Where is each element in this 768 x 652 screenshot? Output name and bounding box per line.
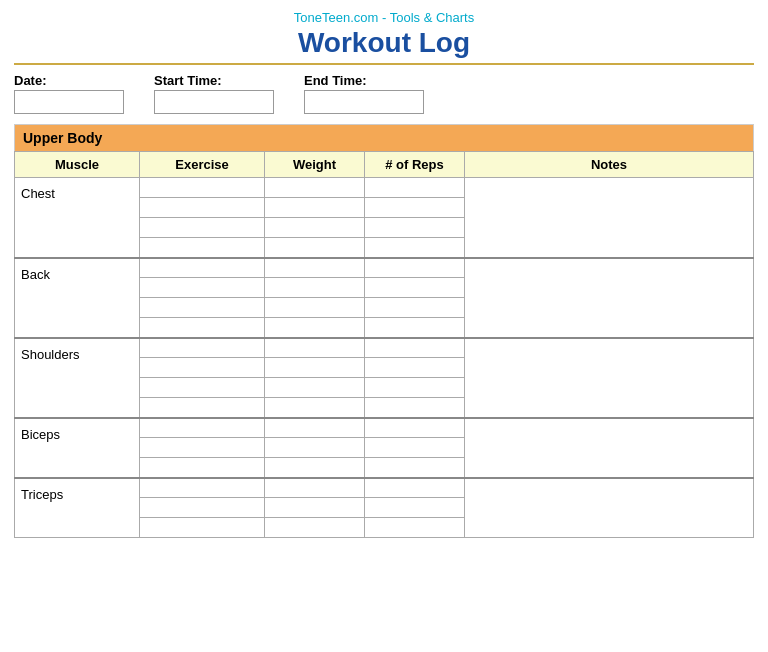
notes-cell[interactable] xyxy=(465,478,754,538)
table-row: Shoulders xyxy=(15,338,754,358)
exercise-cell[interactable] xyxy=(140,418,265,438)
muscle-label: Back xyxy=(21,263,133,282)
muscle-label: Chest xyxy=(21,182,133,201)
muscle-label: Shoulders xyxy=(21,343,133,362)
end-time-label: End Time: xyxy=(304,73,424,88)
notes-cell[interactable] xyxy=(465,258,754,338)
weight-cell[interactable] xyxy=(265,178,365,198)
reps-cell[interactable] xyxy=(365,338,465,358)
reps-cell[interactable] xyxy=(365,178,465,198)
reps-cell[interactable] xyxy=(365,358,465,378)
start-time-field: Start Time: xyxy=(154,73,274,114)
exercise-cell[interactable] xyxy=(140,258,265,278)
reps-cell[interactable] xyxy=(365,198,465,218)
weight-cell[interactable] xyxy=(265,498,365,518)
weight-cell[interactable] xyxy=(265,398,365,418)
date-label: Date: xyxy=(14,73,124,88)
reps-cell[interactable] xyxy=(365,438,465,458)
col-header-exercise: Exercise xyxy=(140,152,265,178)
weight-cell[interactable] xyxy=(265,318,365,338)
exercise-cell[interactable] xyxy=(140,338,265,358)
weight-cell[interactable] xyxy=(265,458,365,478)
weight-cell[interactable] xyxy=(265,358,365,378)
section-header: Upper Body xyxy=(14,124,754,151)
exercise-cell[interactable] xyxy=(140,178,265,198)
weight-cell[interactable] xyxy=(265,298,365,318)
reps-cell[interactable] xyxy=(365,238,465,258)
reps-cell[interactable] xyxy=(365,278,465,298)
exercise-cell[interactable] xyxy=(140,318,265,338)
exercise-cell[interactable] xyxy=(140,378,265,398)
site-title: ToneTeen.com - Tools & Charts xyxy=(14,10,754,25)
reps-cell[interactable] xyxy=(365,518,465,538)
reps-cell[interactable] xyxy=(365,258,465,278)
reps-cell[interactable] xyxy=(365,418,465,438)
table-row: Biceps xyxy=(15,418,754,438)
reps-cell[interactable] xyxy=(365,378,465,398)
title-divider xyxy=(14,63,754,65)
table-body: ChestBackShouldersBicepsTriceps xyxy=(15,178,754,538)
exercise-cell[interactable] xyxy=(140,398,265,418)
muscle-cell-biceps: Biceps xyxy=(15,418,140,478)
exercise-cell[interactable] xyxy=(140,298,265,318)
exercise-cell[interactable] xyxy=(140,238,265,258)
reps-cell[interactable] xyxy=(365,218,465,238)
notes-cell[interactable] xyxy=(465,418,754,478)
muscle-cell-triceps: Triceps xyxy=(15,478,140,538)
exercise-cell[interactable] xyxy=(140,358,265,378)
exercise-cell[interactable] xyxy=(140,458,265,478)
reps-cell[interactable] xyxy=(365,298,465,318)
weight-cell[interactable] xyxy=(265,478,365,498)
col-header-notes: Notes xyxy=(465,152,754,178)
notes-cell[interactable] xyxy=(465,338,754,418)
weight-cell[interactable] xyxy=(265,218,365,238)
workout-table: Muscle Exercise Weight # of Reps Notes C… xyxy=(14,151,754,538)
table-row: Triceps xyxy=(15,478,754,498)
reps-cell[interactable] xyxy=(365,398,465,418)
muscle-label: Triceps xyxy=(21,483,133,502)
notes-cell[interactable] xyxy=(465,178,754,258)
muscle-cell-chest: Chest xyxy=(15,178,140,258)
date-row: Date: Start Time: End Time: xyxy=(14,73,754,114)
weight-cell[interactable] xyxy=(265,198,365,218)
muscle-cell-shoulders: Shoulders xyxy=(15,338,140,418)
reps-cell[interactable] xyxy=(365,498,465,518)
muscle-label: Biceps xyxy=(21,423,133,442)
exercise-cell[interactable] xyxy=(140,478,265,498)
date-field: Date: xyxy=(14,73,124,114)
date-input[interactable] xyxy=(14,90,124,114)
weight-cell[interactable] xyxy=(265,438,365,458)
weight-cell[interactable] xyxy=(265,518,365,538)
end-time-input[interactable] xyxy=(304,90,424,114)
main-title: Workout Log xyxy=(14,27,754,59)
weight-cell[interactable] xyxy=(265,258,365,278)
table-header-row: Muscle Exercise Weight # of Reps Notes xyxy=(15,152,754,178)
weight-cell[interactable] xyxy=(265,338,365,358)
weight-cell[interactable] xyxy=(265,238,365,258)
weight-cell[interactable] xyxy=(265,278,365,298)
exercise-cell[interactable] xyxy=(140,518,265,538)
weight-cell[interactable] xyxy=(265,378,365,398)
table-row: Back xyxy=(15,258,754,278)
table-row: Chest xyxy=(15,178,754,198)
reps-cell[interactable] xyxy=(365,318,465,338)
page-container: ToneTeen.com - Tools & Charts Workout Lo… xyxy=(0,0,768,548)
exercise-cell[interactable] xyxy=(140,498,265,518)
weight-cell[interactable] xyxy=(265,418,365,438)
col-header-weight: Weight xyxy=(265,152,365,178)
exercise-cell[interactable] xyxy=(140,278,265,298)
exercise-cell[interactable] xyxy=(140,198,265,218)
start-time-input[interactable] xyxy=(154,90,274,114)
end-time-field: End Time: xyxy=(304,73,424,114)
reps-cell[interactable] xyxy=(365,478,465,498)
muscle-cell-back: Back xyxy=(15,258,140,338)
exercise-cell[interactable] xyxy=(140,438,265,458)
reps-cell[interactable] xyxy=(365,458,465,478)
col-header-muscle: Muscle xyxy=(15,152,140,178)
exercise-cell[interactable] xyxy=(140,218,265,238)
start-time-label: Start Time: xyxy=(154,73,274,88)
col-header-reps: # of Reps xyxy=(365,152,465,178)
